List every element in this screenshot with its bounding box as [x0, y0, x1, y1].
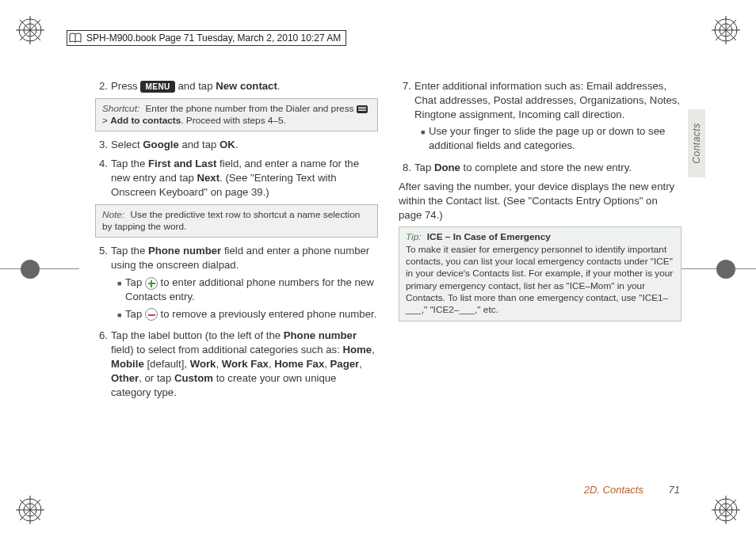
step-5-sub-minus: ■ Tap to remove a previously entered pho… — [117, 307, 378, 321]
registration-mark-icon — [16, 496, 44, 524]
step-6: 6. Tap the label button (to the left of … — [95, 329, 378, 399]
step-7-sub: ■ Use your finger to slide the page up o… — [421, 124, 682, 153]
header-text: SPH-M900.book Page 71 Tuesday, March 2, … — [86, 32, 341, 44]
square-bullet-icon: ■ — [117, 307, 125, 321]
step-5-sub-plus: ■ Tap to enter additional phone numbers … — [117, 276, 378, 304]
step-7: 7. Enter additional information such as:… — [399, 79, 682, 156]
step-5: 5. Tap the Phone number field and enter … — [95, 244, 378, 324]
registration-mark-icon — [712, 496, 740, 524]
framemaker-header: SPH-M900.book Page 71 Tuesday, March 2, … — [67, 30, 346, 46]
registration-dot-icon — [712, 255, 740, 283]
section-tab-label: Contacts — [691, 123, 702, 163]
registration-dot-icon — [16, 255, 44, 283]
step-3: 3. Select Google and tap OK. — [95, 138, 378, 152]
tip-body: To make it easier for emergency personne… — [406, 244, 673, 316]
footer-page-number: 71 — [669, 484, 680, 496]
footer-section: 2D. Contacts — [584, 484, 643, 496]
after-save-paragraph: After saving the number, your device dis… — [399, 180, 682, 222]
note-callout: Note: Use the predictive text row to sho… — [95, 204, 378, 238]
registration-mark-icon — [712, 16, 740, 44]
page-footer: 2D. Contacts 71 — [584, 484, 680, 496]
tip-callout: Tip: ICE – In Case of Emergency To make … — [399, 226, 682, 321]
step-4: 4. Tap the First and Last field, and ent… — [95, 157, 378, 199]
step-2: 2. Press MENU and tap New contact. — [95, 79, 378, 93]
left-column: 2. Press MENU and tap New contact. Short… — [95, 79, 378, 405]
step-8: 8. Tap Done to complete and store the ne… — [399, 161, 682, 175]
plus-circle-icon — [145, 277, 158, 290]
body-columns: 2. Press MENU and tap New contact. Short… — [95, 79, 682, 405]
right-column: 7. Enter additional information such as:… — [399, 79, 682, 405]
shortcut-callout: Shortcut: Enter the phone number from th… — [95, 98, 378, 132]
book-icon — [69, 32, 82, 44]
registration-mark-icon — [16, 16, 44, 44]
menu-button-icon: MENU — [140, 81, 174, 93]
square-bullet-icon: ■ — [421, 124, 429, 153]
minus-circle-icon — [145, 308, 158, 321]
tip-title: ICE – In Case of Emergency — [427, 231, 551, 242]
section-tab: Contacts — [688, 109, 705, 177]
square-bullet-icon: ■ — [117, 276, 125, 304]
menu-hamburger-icon — [357, 105, 368, 113]
manual-page: SPH-M900.book Page 71 Tuesday, March 2, … — [0, 0, 756, 540]
